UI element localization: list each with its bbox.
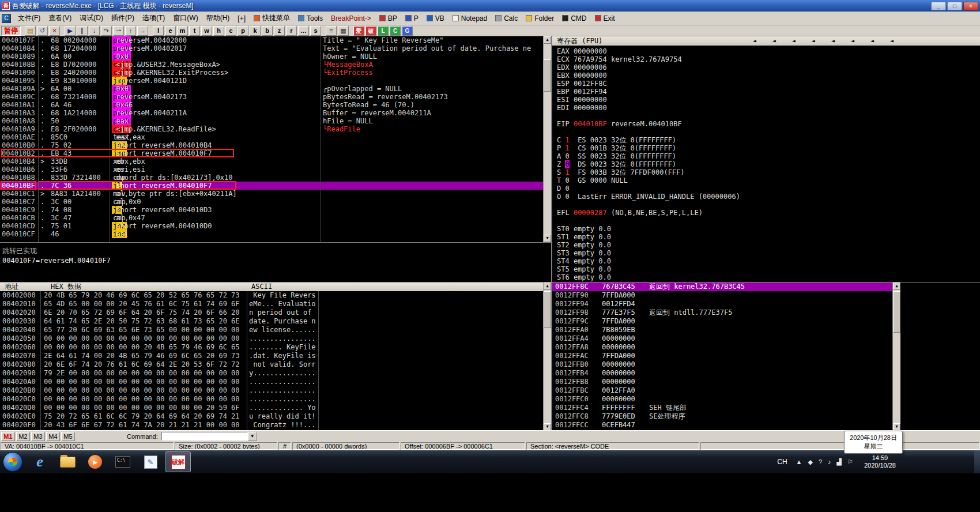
close-button[interactable]: × <box>963 2 978 10</box>
disassembly-scrollbar[interactable]: ▲ ▼ <box>543 36 551 242</box>
register-line[interactable] <box>557 112 980 120</box>
column-divider[interactable] <box>110 36 110 242</box>
toolbar-button[interactable]: m <box>177 26 188 36</box>
stack-row[interactable]: 0012FF9C7FFDA000 <box>552 317 892 326</box>
dump-row[interactable]: 004020A000 00 00 00 00 00 00 00 00 00 00… <box>0 378 551 386</box>
scroll-up-arrow[interactable]: ▲ <box>544 283 551 290</box>
stack-row[interactable]: 0012FFB800000000 <box>552 378 892 386</box>
register-line[interactable]: ST0 empty 0.0 <box>557 225 980 233</box>
stack-row[interactable]: 0012FFC000000000 <box>552 395 892 404</box>
menu-item[interactable]: Exit <box>591 12 619 24</box>
dump-row[interactable]: 004020702E 64 61 74 00 20 4B 65 79 46 69… <box>0 352 551 360</box>
dump-row[interactable]: 0040206000 00 00 00 00 00 00 00 20 4B 65… <box>0 343 551 352</box>
menu-item[interactable]: Notepad <box>448 12 491 24</box>
titlebar[interactable]: 吾 吾爱破解 - reverseMe.exe - [LCG - 主线程 模块 -… <box>0 0 980 12</box>
register-line[interactable]: ST4 empty 0.0 <box>557 257 980 265</box>
menu-item[interactable]: P <box>401 12 423 24</box>
toolbar-button[interactable]: s <box>310 26 321 36</box>
menu-item[interactable]: 插件(P) <box>107 12 138 24</box>
dump-row[interactable]: 0040200020 4B 65 79 20 46 69 6C 65 20 52… <box>0 291 551 300</box>
toolbar-button[interactable]: ∥ <box>77 26 88 36</box>
register-line[interactable] <box>557 217 980 225</box>
dump-header-ascii[interactable]: ASCII <box>251 283 272 291</box>
toolbar-button[interactable]: c <box>225 26 236 36</box>
dump-row[interactable]: 004020E075 20 72 65 61 6C 6C 79 20 64 69… <box>0 412 551 421</box>
pane-collapse-arrow-icon[interactable]: ◄ <box>831 36 835 46</box>
stack-row[interactable]: 0012FFA800000000 <box>552 343 892 352</box>
toolbar-button[interactable]: ⇀ <box>113 26 124 36</box>
toolbar-button[interactable]: ↷ <box>101 26 112 36</box>
stack-row[interactable]: 0012FF98777E37F5返回到 ntdll.777E37F5 <box>552 308 892 317</box>
register-line[interactable]: Z 0 DS 0023 32位 0(FFFFFFFF) <box>557 160 980 168</box>
scroll-thumb[interactable] <box>893 291 900 333</box>
toolbar-button[interactable]: ≡ <box>326 26 337 36</box>
stack-row[interactable]: 0012FF907FFDA000 <box>552 291 892 300</box>
disasm-row[interactable]: 004010B8.833D 7321400cmp dword ptr ds:[0… <box>0 174 551 182</box>
disasm-row[interactable]: 0040109A>6A 00push 0x0┌pOverlapped = NUL… <box>0 85 551 93</box>
scroll-down-arrow[interactable]: ▼ <box>544 235 551 242</box>
toolbar-button[interactable]: e <box>165 26 176 36</box>
toolbar-button[interactable]: → <box>137 26 148 36</box>
dump-row[interactable]: 004020F020 43 6F 6E 67 72 61 74 7A 20 21… <box>0 421 551 430</box>
register-line[interactable]: D 0 <box>557 185 980 193</box>
dump-row[interactable]: 004020D000 00 00 00 00 00 00 00 00 00 00… <box>0 404 551 412</box>
disasm-row[interactable]: 004010B0.75 02jnz short reverseM.004010B… <box>0 141 551 149</box>
dump-header-hex[interactable]: HEX 数据 <box>51 283 81 291</box>
pane-collapse-arrow-icon[interactable]: ◄ <box>890 36 894 46</box>
stack-row[interactable]: 0012FFA07B8059EB <box>552 326 892 334</box>
menu-item[interactable]: Folder <box>522 12 558 24</box>
toolbar-button[interactable]: 破 <box>365 26 376 36</box>
register-line[interactable]: EBP 0012FF94 <box>557 88 980 96</box>
toolbar-button[interactable]: ↓ <box>89 26 100 36</box>
stack-row[interactable]: 0012FF8C767B3C45返回到 kernel32.767B3C45 <box>552 283 892 291</box>
memory-tab-m4[interactable]: M4 <box>46 432 60 441</box>
disasm-row[interactable]: 004010B4>33DBxor ebx,ebx <box>0 157 551 165</box>
disasm-row[interactable]: 004010B2.EB 43jmp short reverseM.004010F… <box>0 149 551 157</box>
disasm-row[interactable]: 0040109C.68 73214000push reverseM.004021… <box>0 93 551 101</box>
registers-header[interactable]: 寄存器 (FPU) ◄◄◄◄◄◄◄◄ <box>552 36 980 46</box>
toolbar-button[interactable]: t <box>189 26 200 36</box>
register-line[interactable]: EAX 00000000 <box>557 47 980 55</box>
tray-icon[interactable]: ▟ <box>837 458 842 466</box>
register-line[interactable]: ST3 empty 0.0 <box>557 249 980 257</box>
tray-icon[interactable]: ? <box>819 458 822 466</box>
dump-row[interactable]: 0040201065 4D 65 00 00 00 20 45 76 61 6C… <box>0 300 551 308</box>
register-line[interactable]: ST1 empty 0.0 <box>557 233 980 241</box>
register-line[interactable]: ESI 00000000 <box>557 96 980 104</box>
pane-divider[interactable] <box>551 36 552 430</box>
scroll-thumb[interactable] <box>544 59 551 92</box>
registers-header-arrows[interactable]: ◄◄◄◄◄◄◄◄ <box>602 36 980 46</box>
register-line[interactable] <box>557 201 980 209</box>
disasm-row[interactable]: 004010CD.75 01jnz short reverseM.004010D… <box>0 222 551 230</box>
tray-icon[interactable]: ◆ <box>808 458 813 466</box>
pane-collapse-arrow-icon[interactable]: ◄ <box>772 36 776 46</box>
menu-item[interactable]: 文件(F) <box>14 12 44 24</box>
register-line[interactable]: EIP 004010BF reverseM.004010BF <box>557 120 980 128</box>
taskbar-media-player[interactable]: ▶ <box>82 451 108 472</box>
tray-icon[interactable]: ⚐ <box>847 458 853 466</box>
command-dropdown-button[interactable]: ▼ <box>248 432 257 441</box>
dump-row[interactable]: 0040204065 77 20 6C 69 63 65 6E 73 65 00… <box>0 326 551 334</box>
memory-tab-m5[interactable]: M5 <box>61 432 75 441</box>
language-indicator[interactable]: CH <box>777 458 787 466</box>
disasm-row[interactable]: 004010CB.3C 47cmp al,0x47 <box>0 214 551 222</box>
maximize-button[interactable]: □ <box>947 2 962 10</box>
stack-row[interactable]: 0012FFB400000000 <box>552 369 892 378</box>
memory-tab-m1[interactable]: M1 <box>1 432 15 441</box>
menu-item[interactable]: 调试(D) <box>76 12 107 24</box>
disasm-row[interactable]: 004010C9.74 08je short reverseM.004010D3 <box>0 206 551 214</box>
pane-collapse-arrow-icon[interactable]: ◄ <box>753 36 756 46</box>
stack-scrollbar[interactable]: ▲ ▼ <box>892 283 900 431</box>
register-line[interactable]: ST5 empty 0.0 <box>557 265 980 273</box>
taskbar-windows-explorer[interactable] <box>55 451 80 472</box>
toolbar-button[interactable]: … <box>298 26 309 36</box>
dump-row[interactable]: 0040203064 61 74 65 2E 20 50 75 72 63 68… <box>0 317 551 326</box>
toolbar-button[interactable]: r <box>286 26 297 36</box>
menu-item[interactable]: BreakPoint-> <box>327 12 375 24</box>
dump-row[interactable]: 004020B000 00 00 00 00 00 00 00 00 00 00… <box>0 386 551 395</box>
toolbar-button[interactable]: ▤ <box>25 26 36 36</box>
dump-row[interactable]: 0040208020 6E 6F 74 20 76 61 6C 69 64 2E… <box>0 360 551 369</box>
menu-item[interactable]: Tools <box>294 12 327 24</box>
stack-row[interactable]: 0012FFC4FFFFFFFFSEH 链尾部 <box>552 404 892 412</box>
register-line[interactable]: ST6 empty 0.0 <box>557 273 980 281</box>
